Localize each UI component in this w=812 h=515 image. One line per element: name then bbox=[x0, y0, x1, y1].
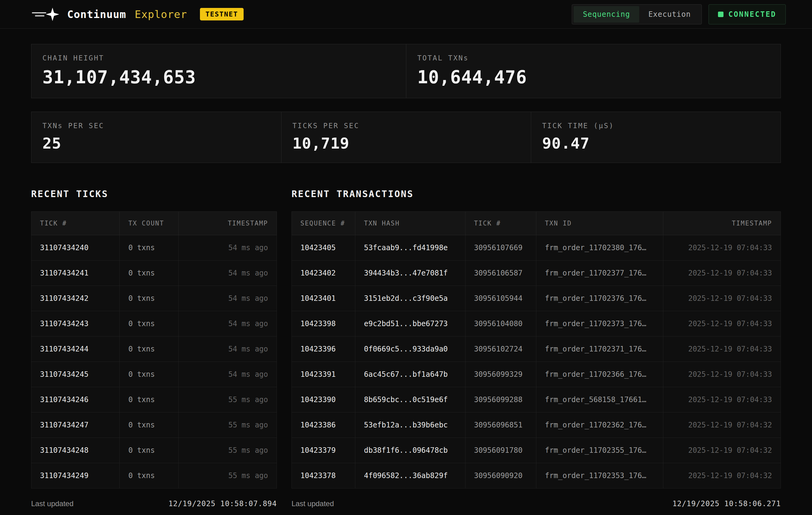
tick-number-cell: 30956105944 bbox=[465, 286, 536, 311]
stat-card-total-txns: TOTAL TXNs 10,644,476 bbox=[406, 44, 781, 98]
table-row[interactable]: 10423398e9c2bd51...bbe6727330956104080fr… bbox=[292, 311, 781, 336]
last-updated-time: 12/19/2025 10:58:06.271 bbox=[672, 499, 781, 508]
stat-card-ticks-per-sec: TICKS PER SEC 10,719 bbox=[281, 112, 531, 162]
tx-count-cell: 0 txns bbox=[120, 413, 179, 438]
stat-value: 90.47 bbox=[542, 134, 770, 152]
table-row[interactable]: 311074342490 txns55 ms ago bbox=[31, 463, 277, 488]
txn-hash-cell: 6ac45c67...bf1a647b bbox=[355, 362, 465, 387]
txn-timestamp-cell: 2025-12-19 07:04:33 bbox=[663, 286, 781, 311]
sequence-number-cell: 10423386 bbox=[292, 413, 355, 438]
tick-number-cell: 30956099329 bbox=[465, 362, 536, 387]
table-row[interactable]: 311074342470 txns55 ms ago bbox=[31, 413, 277, 438]
table-body: 311074342400 txns54 ms ago311074342410 t… bbox=[31, 235, 277, 488]
column-header: TXN HASH bbox=[355, 212, 465, 235]
column-header: TX COUNT bbox=[120, 212, 179, 235]
recent-transactions-title: RECENT TRANSACTIONS bbox=[292, 188, 781, 199]
mode-toggle: Sequencing Execution bbox=[572, 4, 702, 24]
tick-timestamp-cell: 55 ms ago bbox=[179, 413, 277, 438]
ticks-footer: Last updated 12/19/2025 10:58:07.894 bbox=[31, 499, 277, 508]
table-row[interactable]: 311074342400 txns54 ms ago bbox=[31, 235, 277, 261]
txn-timestamp-cell: 2025-12-19 07:04:33 bbox=[663, 336, 781, 362]
tick-number-cell: 31107434246 bbox=[31, 387, 120, 413]
txn-id-cell: frm_order_11702380_176… bbox=[536, 235, 663, 261]
txn-id-cell: frm_order_11702371_176… bbox=[536, 336, 663, 362]
sparkle-star-icon bbox=[32, 6, 62, 22]
tx-count-cell: 0 txns bbox=[120, 286, 179, 311]
txn-hash-cell: 53efb12a...b39b6ebc bbox=[355, 413, 465, 438]
stat-label: TOTAL TXNs bbox=[417, 54, 770, 62]
toggle-execution[interactable]: Execution bbox=[639, 6, 700, 23]
table-row[interactable]: 104233916ac45c67...bf1a647b30956099329fr… bbox=[292, 362, 781, 387]
connection-label: CONNECTED bbox=[728, 10, 776, 19]
txn-id-cell: frm_order_11702373_176… bbox=[536, 311, 663, 336]
tick-timestamp-cell: 55 ms ago bbox=[179, 438, 277, 463]
stat-value: 31,107,434,653 bbox=[42, 67, 395, 88]
txn-hash-cell: db38f1f6...096478cb bbox=[355, 438, 465, 463]
recent-ticks-table: TICK #TX COUNTTIMESTAMP 311074342400 txn… bbox=[31, 211, 277, 488]
table-header: SEQUENCE #TXN HASHTICK #TXN IDTIMESTAMP bbox=[292, 212, 781, 235]
table-row[interactable]: 311074342480 txns55 ms ago bbox=[31, 438, 277, 463]
table-row[interactable]: 311074342420 txns54 ms ago bbox=[31, 286, 277, 311]
tick-number-cell: 31107434240 bbox=[31, 235, 120, 261]
stat-value: 25 bbox=[42, 134, 270, 152]
sequence-number-cell: 10423379 bbox=[292, 438, 355, 463]
brand-name: Continuum bbox=[67, 8, 126, 21]
header-right: Sequencing Execution CONNECTED bbox=[572, 4, 786, 24]
tick-timestamp-cell: 54 ms ago bbox=[179, 336, 277, 362]
table-row[interactable]: 311074342450 txns54 ms ago bbox=[31, 362, 277, 387]
recent-transactions-section: RECENT TRANSACTIONS SEQUENCE #TXN HASHTI… bbox=[292, 188, 781, 508]
tick-number-cell: 31107434248 bbox=[31, 438, 120, 463]
table-row[interactable]: 311074342430 txns54 ms ago bbox=[31, 311, 277, 336]
table-row[interactable]: 104233784f096582...36ab829f30956090920fr… bbox=[292, 463, 781, 488]
connection-dot-icon bbox=[718, 11, 723, 17]
txn-timestamp-cell: 2025-12-19 07:04:33 bbox=[663, 261, 781, 286]
txn-timestamp-cell: 2025-12-19 07:04:33 bbox=[663, 387, 781, 413]
sequence-number-cell: 10423402 bbox=[292, 261, 355, 286]
last-updated-label: Last updated bbox=[292, 499, 334, 508]
tick-number-cell: 31107434245 bbox=[31, 362, 120, 387]
table-row[interactable]: 10423402394434b3...47e7081f30956106587fr… bbox=[292, 261, 781, 286]
tx-count-cell: 0 txns bbox=[120, 387, 179, 413]
tick-number-cell: 30956102724 bbox=[465, 336, 536, 362]
recent-ticks-section: RECENT TICKS TICK #TX COUNTTIMESTAMP 311… bbox=[31, 188, 277, 508]
table-row[interactable]: 311074342440 txns54 ms ago bbox=[31, 336, 277, 362]
table-row[interactable]: 104234013151eb2d...c3f90e5a30956105944fr… bbox=[292, 286, 781, 311]
tick-number-cell: 30956107669 bbox=[465, 235, 536, 261]
tick-timestamp-cell: 54 ms ago bbox=[179, 311, 277, 336]
stat-card-chain-height: CHAIN HEIGHT 31,107,434,653 bbox=[31, 44, 406, 98]
brand-suffix: Explorer bbox=[135, 8, 187, 21]
table-row[interactable]: 10423379db38f1f6...096478cb30956091780fr… bbox=[292, 438, 781, 463]
txn-timestamp-cell: 2025-12-19 07:04:32 bbox=[663, 438, 781, 463]
column-header: TIMESTAMP bbox=[663, 212, 781, 235]
txn-hash-cell: 394434b3...47e7081f bbox=[355, 261, 465, 286]
table-row[interactable]: 104233960f0669c5...933da9a030956102724fr… bbox=[292, 336, 781, 362]
sequence-number-cell: 10423396 bbox=[292, 336, 355, 362]
column-header: TXN ID bbox=[536, 212, 663, 235]
tick-number-cell: 31107434241 bbox=[31, 261, 120, 286]
txn-id-cell: frm_order_11702377_176… bbox=[536, 261, 663, 286]
tick-number-cell: 30956096851 bbox=[465, 413, 536, 438]
stats-row-primary: CHAIN HEIGHT 31,107,434,653 TOTAL TXNs 1… bbox=[31, 44, 781, 98]
tick-number-cell: 30956106587 bbox=[465, 261, 536, 286]
sequence-number-cell: 10423390 bbox=[292, 387, 355, 413]
stat-card-tick-time: TICK TIME (μS) 90.47 bbox=[531, 112, 781, 162]
table-row[interactable]: 1042338653efb12a...b39b6ebc30956096851fr… bbox=[292, 413, 781, 438]
tick-number-cell: 31107434249 bbox=[31, 463, 120, 488]
tick-timestamp-cell: 54 ms ago bbox=[179, 235, 277, 261]
txn-id-cell: frm_order_11702366_176… bbox=[536, 362, 663, 387]
tick-timestamp-cell: 55 ms ago bbox=[179, 387, 277, 413]
tx-count-cell: 0 txns bbox=[120, 362, 179, 387]
sequence-number-cell: 10423391 bbox=[292, 362, 355, 387]
txn-timestamp-cell: 2025-12-19 07:04:33 bbox=[663, 311, 781, 336]
toggle-sequencing[interactable]: Sequencing bbox=[574, 6, 639, 23]
column-header: TICK # bbox=[465, 212, 536, 235]
txn-id-cell: frm_order_11702355_176… bbox=[536, 438, 663, 463]
table-row[interactable]: 104233908b659cbc...0c519e6f30956099288fr… bbox=[292, 387, 781, 413]
txn-hash-cell: e9c2bd51...bbe67273 bbox=[355, 311, 465, 336]
table-row[interactable]: 311074342410 txns54 ms ago bbox=[31, 261, 277, 286]
column-header: TICK # bbox=[31, 212, 120, 235]
sequence-number-cell: 10423378 bbox=[292, 463, 355, 488]
table-row[interactable]: 1042340553fcaab9...fd41998e30956107669fr… bbox=[292, 235, 781, 261]
table-row[interactable]: 311074342460 txns55 ms ago bbox=[31, 387, 277, 413]
txn-hash-cell: 8b659cbc...0c519e6f bbox=[355, 387, 465, 413]
